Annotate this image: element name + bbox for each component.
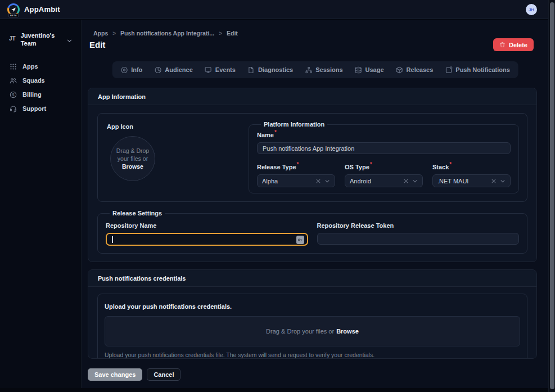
sidebar-item-squads[interactable]: Squads bbox=[0, 74, 81, 88]
chevron-down-icon[interactable] bbox=[412, 178, 418, 184]
repository-name-field: Repository Name bbox=[106, 220, 308, 246]
push-credentials-panel: Upload your push notifications credentia… bbox=[97, 294, 527, 359]
text-caret bbox=[112, 236, 113, 243]
sidebar-item-apps[interactable]: Apps bbox=[0, 60, 81, 74]
tab-label: Events bbox=[215, 66, 236, 73]
sidebar: JT Juventino's Team Apps Squads $ bbox=[0, 20, 82, 388]
release-settings-row: Repository Name Repository Release Token bbox=[106, 220, 519, 246]
tab-diagnostics[interactable]: Diagnostics bbox=[247, 66, 293, 74]
password-manager-key-icon[interactable] bbox=[296, 236, 304, 244]
sidebar-item-label: Squads bbox=[22, 77, 45, 84]
os-type-value: Android bbox=[350, 178, 400, 184]
browse-link[interactable]: Browse bbox=[122, 163, 143, 170]
browse-link[interactable]: Browse bbox=[336, 328, 359, 335]
release-type-value: Alpha bbox=[262, 178, 312, 184]
paper-plane-icon bbox=[11, 7, 16, 12]
tab-bar: Info Audience Events Diagnostics Session… bbox=[112, 61, 518, 78]
app-root: BETA AppAmbit JH JT Juventino's Team App… bbox=[0, 0, 555, 392]
cancel-button[interactable]: Cancel bbox=[147, 368, 181, 381]
os-type-field: OS Type* Android bbox=[345, 161, 423, 187]
appambit-logo-icon: BETA bbox=[7, 3, 20, 16]
team-name: Juventino's Team bbox=[21, 32, 61, 48]
stack-field: Stack* .NET MAUI bbox=[432, 161, 511, 187]
team-initials: JT bbox=[9, 35, 16, 42]
team-selector[interactable]: JT Juventino's Team bbox=[0, 20, 81, 48]
database-icon bbox=[355, 66, 362, 74]
tab-label: Sessions bbox=[315, 66, 342, 73]
save-changes-button[interactable]: Save changes bbox=[88, 368, 142, 381]
app-icon-label: App Icon bbox=[107, 123, 133, 130]
os-type-label: OS Type bbox=[345, 164, 369, 170]
breadcrumb-apps[interactable]: Apps bbox=[93, 30, 108, 37]
tab-push-notifications[interactable]: Push Notifications bbox=[445, 66, 510, 74]
user-avatar[interactable]: JH bbox=[526, 4, 537, 15]
pie-chart-icon bbox=[154, 66, 161, 74]
breadcrumb-app[interactable]: Push notifications App Integrati... bbox=[120, 30, 214, 37]
repository-name-input[interactable] bbox=[106, 233, 308, 246]
scrollbar-thumb[interactable] bbox=[550, 2, 554, 389]
required-mark: * bbox=[370, 161, 372, 168]
required-mark: * bbox=[274, 129, 277, 136]
credentials-dropzone-text: Drag & Drop your files or bbox=[266, 328, 334, 335]
beta-badge: BETA bbox=[8, 13, 19, 17]
monitor-icon bbox=[205, 66, 212, 74]
name-label: Name bbox=[257, 132, 274, 138]
repository-name-label: Repository Name bbox=[106, 222, 156, 229]
sidebar-item-billing[interactable]: $ Billing bbox=[0, 88, 81, 102]
tab-label: Audience bbox=[165, 66, 193, 73]
brand[interactable]: BETA AppAmbit bbox=[7, 3, 60, 16]
push-credentials-header: Push notifications credentials bbox=[88, 270, 536, 287]
stack-value: .NET MAUI bbox=[437, 178, 488, 184]
tab-sessions[interactable]: Sessions bbox=[305, 66, 342, 74]
release-settings-fieldset: Release Settings Repository Name Reposit… bbox=[97, 210, 527, 254]
disc-icon bbox=[120, 66, 128, 74]
stack-label: Stack bbox=[432, 164, 449, 170]
stack-select[interactable]: .NET MAUI bbox=[432, 174, 511, 187]
tab-usage[interactable]: Usage bbox=[355, 66, 384, 74]
repository-release-token-label: Repository Release Token bbox=[317, 222, 394, 229]
clear-icon[interactable] bbox=[491, 178, 497, 184]
hierarchy-icon bbox=[305, 66, 312, 74]
release-type-field: Release Type* Alpha bbox=[257, 161, 335, 187]
main-content: Apps > Push notifications App Integrati.… bbox=[82, 20, 548, 388]
users-icon bbox=[10, 77, 17, 84]
delete-label: Delete bbox=[509, 42, 527, 48]
required-mark: * bbox=[449, 161, 452, 168]
app-icon-dropzone[interactable]: Drag & Drop your files or Browse bbox=[110, 136, 155, 181]
name-input[interactable] bbox=[257, 142, 511, 154]
tab-audience[interactable]: Audience bbox=[154, 66, 193, 74]
os-type-select[interactable]: Android bbox=[345, 174, 423, 187]
clear-icon[interactable] bbox=[315, 178, 321, 184]
tab-events[interactable]: Events bbox=[205, 66, 236, 74]
chevron-down-icon[interactable] bbox=[324, 178, 330, 184]
tab-label: Diagnostics bbox=[258, 66, 293, 73]
clear-icon[interactable] bbox=[403, 178, 409, 184]
page-title: Edit bbox=[89, 40, 105, 49]
tab-label: Info bbox=[131, 66, 142, 73]
grid-icon bbox=[10, 63, 17, 70]
app-icon-dropzone-text: Drag & Drop your files or Browse bbox=[114, 147, 151, 171]
sidebar-nav: Apps Squads $ Billing Support bbox=[0, 60, 81, 116]
upload-credentials-label: Upload your push notifications credentia… bbox=[105, 303, 232, 310]
credentials-helper-text: Upload your push notifications credentia… bbox=[105, 352, 520, 358]
breadcrumb-separator: > bbox=[112, 30, 116, 37]
repository-release-token-input[interactable] bbox=[317, 233, 520, 245]
tab-info[interactable]: Info bbox=[120, 66, 142, 74]
sidebar-item-label: Apps bbox=[22, 63, 38, 70]
headset-icon bbox=[10, 105, 17, 112]
credentials-dropzone[interactable]: Drag & Drop your files or Browse bbox=[105, 316, 520, 346]
notification-icon bbox=[445, 66, 452, 74]
platform-information-legend: Platform Information bbox=[261, 121, 327, 128]
delete-button[interactable]: Delete bbox=[493, 38, 534, 51]
form-actions: Save changes Cancel bbox=[88, 368, 181, 381]
tab-releases[interactable]: Releases bbox=[396, 66, 434, 74]
chevron-down-icon[interactable] bbox=[500, 178, 506, 184]
sidebar-item-support[interactable]: Support bbox=[0, 102, 81, 116]
release-type-select[interactable]: Alpha bbox=[257, 174, 335, 187]
release-type-label: Release Type bbox=[257, 164, 296, 170]
platform-information-fieldset: Platform Information Name* Release Type*… bbox=[249, 121, 519, 193]
scrollbar[interactable] bbox=[548, 0, 555, 392]
top-bar: BETA AppAmbit JH bbox=[0, 0, 555, 19]
app-information-card: App Information App Icon Drag & Drop you… bbox=[88, 88, 537, 262]
breadcrumb-separator: > bbox=[219, 30, 222, 37]
